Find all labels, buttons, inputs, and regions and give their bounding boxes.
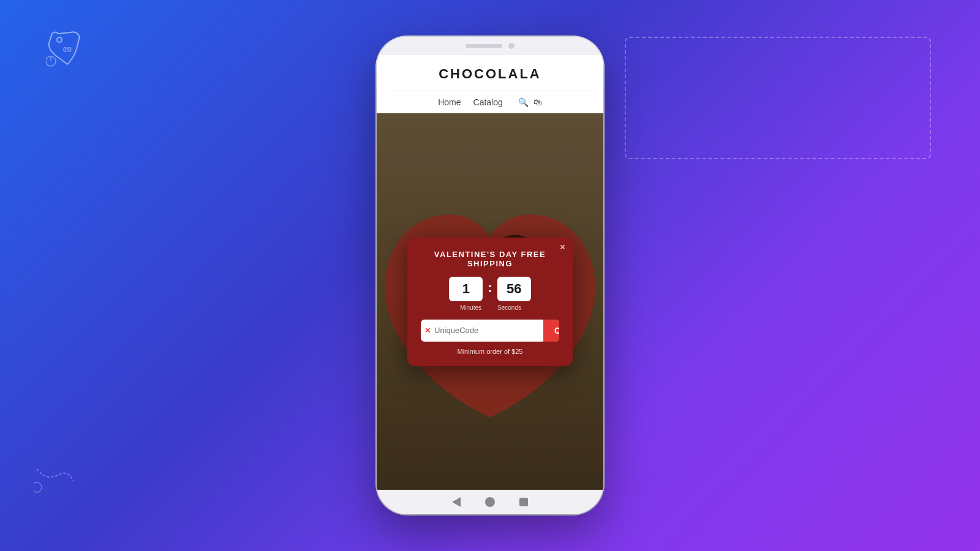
svg-text:0/0: 0/0 — [63, 47, 72, 53]
minutes-label: Minutes — [454, 304, 488, 311]
coupon-x-icon: ✕ — [424, 326, 431, 335]
bottom-left-deco — [34, 463, 77, 496]
nav-catalog[interactable]: Catalog — [473, 97, 503, 107]
popup-overlay: × VALENTINE'S DAY FREE SHIPPING 1 : 56 M… — [377, 113, 603, 490]
popup-close-button[interactable]: × — [560, 242, 565, 252]
tag-deco: 0/0 — [46, 28, 101, 73]
min-order-text: Minimum order of $25 — [421, 348, 559, 355]
nav-icons: 🔍 🛍 — [518, 97, 542, 107]
home-button[interactable] — [485, 497, 495, 507]
phone-frame: CHOCOLALA Home Catalog 🔍 🛍 — [377, 37, 603, 514]
copy-button[interactable]: Copy — [543, 320, 559, 342]
timer-colon: : — [488, 280, 492, 296]
hero-area: × VALENTINE'S DAY FREE SHIPPING 1 : 56 M… — [377, 113, 603, 490]
site-header: CHOCOLALA Home Catalog 🔍 🛍 — [377, 55, 603, 113]
back-icon — [452, 497, 461, 507]
timer-seconds: 56 — [497, 277, 531, 301]
coupon-input[interactable] — [421, 320, 543, 341]
svg-point-4 — [34, 482, 42, 492]
search-icon[interactable]: 🔍 — [518, 97, 529, 107]
svg-point-2 — [46, 56, 56, 66]
phone-screen: CHOCOLALA Home Catalog 🔍 🛍 — [377, 55, 603, 490]
site-nav: Home Catalog 🔍 🛍 — [389, 91, 591, 113]
phone-camera — [508, 43, 514, 49]
phone-bottom-bar — [377, 490, 603, 514]
popup-title: VALENTINE'S DAY FREE SHIPPING — [421, 250, 559, 268]
svg-point-0 — [57, 37, 62, 42]
recents-icon — [519, 498, 528, 506]
home-icon — [485, 497, 495, 507]
phone-speaker — [466, 44, 502, 48]
dashed-rect-deco — [625, 37, 931, 159]
recents-button[interactable] — [519, 498, 528, 506]
site-logo: CHOCOLALA — [389, 66, 591, 82]
seconds-label: Seconds — [492, 304, 526, 311]
timer-row: 1 : 56 — [421, 277, 559, 301]
cart-icon[interactable]: 🛍 — [533, 97, 542, 107]
timer-labels: Minutes Seconds — [421, 304, 559, 311]
phone-top-bar — [377, 37, 603, 55]
timer-minutes: 1 — [449, 277, 483, 301]
coupon-row: ✕ Copy — [421, 320, 559, 342]
nav-home[interactable]: Home — [438, 97, 461, 107]
back-button[interactable] — [452, 497, 461, 507]
popup-card: × VALENTINE'S DAY FREE SHIPPING 1 : 56 M… — [407, 238, 573, 366]
